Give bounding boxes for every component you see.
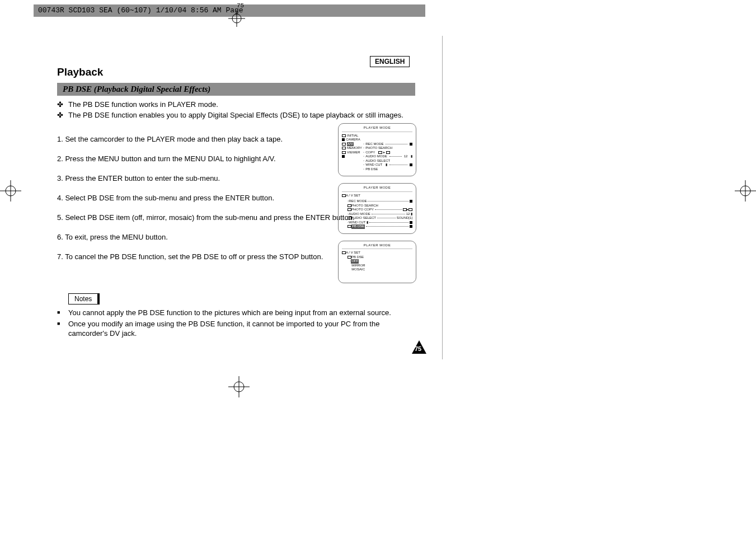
wind-icon: ▮ bbox=[386, 163, 387, 167]
osd-right-item: AUDIO SELECT bbox=[365, 159, 390, 163]
osd-right-item: REC MODE bbox=[365, 142, 383, 147]
osd-left-item: INITIAL bbox=[347, 134, 358, 138]
osd-screen-2: PLAYER MODE A / V SET ◦REC MODE PHOTO SE… bbox=[338, 183, 416, 234]
osd-row-label-active: PB DSE bbox=[351, 224, 365, 229]
return-icon bbox=[348, 256, 351, 259]
folder-icon bbox=[342, 151, 346, 154]
wind-icon: ▮ bbox=[367, 221, 368, 225]
tape-icon bbox=[403, 208, 407, 211]
osd-left-item: MEMORY bbox=[347, 146, 362, 151]
folder-icon bbox=[342, 147, 346, 149]
section-title: Playback bbox=[57, 66, 415, 78]
osd-row-label: WIND CUT bbox=[349, 221, 365, 225]
osd-value: 12 bbox=[406, 212, 410, 217]
osd-right-item: COPY bbox=[365, 151, 375, 155]
registration-mark-top bbox=[228, 10, 245, 27]
cursor-icon bbox=[342, 155, 345, 158]
osd-title: PLAYER MODE bbox=[342, 186, 412, 192]
bit-icon: ▮ bbox=[411, 212, 412, 217]
value-icon bbox=[410, 163, 412, 166]
folder-icon bbox=[342, 143, 346, 146]
value-icon bbox=[410, 143, 412, 146]
osd-value: 12 bbox=[404, 154, 408, 159]
note-item: You cannot apply the PB DSE function to … bbox=[57, 308, 415, 318]
intro-bullet: The PB DSE function works in PLAYER mode… bbox=[57, 100, 415, 109]
value-icon bbox=[410, 200, 412, 203]
subtitle-bar: PB DSE (Playback Digital Special Effects… bbox=[57, 83, 415, 96]
osd-value: SOUND[1] bbox=[397, 216, 412, 221]
osd-row-label: AUDIO MODE bbox=[349, 212, 370, 217]
osd-heading: A / V SET bbox=[346, 251, 360, 255]
osd-right-item: AUDIO MODE bbox=[365, 154, 387, 159]
folder-icon bbox=[342, 194, 346, 197]
osd-screen-1: PLAYER MODE INITIAL CAMERA A/V◦REC MODE … bbox=[338, 123, 416, 176]
tape-icon bbox=[378, 151, 382, 154]
osd-row-label: AUDIO SELECT bbox=[351, 216, 376, 221]
bit-icon: ▮ bbox=[411, 154, 412, 159]
page-divider bbox=[442, 36, 443, 359]
notes-section: Notes You cannot apply the PB DSE functi… bbox=[57, 293, 415, 339]
folder-icon bbox=[342, 251, 346, 254]
folder-icon bbox=[342, 134, 346, 137]
osd-screen-3: PLAYER MODE A / V SET PB DSE ◦OFF MIRROR… bbox=[338, 241, 416, 283]
osd-right-item: PHOTO SEARCH bbox=[365, 146, 392, 151]
osd-row-label: PHOTO COPY bbox=[351, 208, 374, 212]
osd-option: MOSAIC bbox=[351, 268, 365, 272]
registration-mark-right bbox=[735, 180, 756, 202]
osd-left-item: CAMERA bbox=[346, 138, 360, 142]
value-icon bbox=[410, 221, 412, 224]
notes-label: Notes bbox=[68, 293, 100, 305]
intro-bullet: The PB DSE function enables you to apply… bbox=[57, 111, 415, 119]
osd-left-item-active: A/V bbox=[347, 142, 354, 147]
osd-left-item: VIEWER bbox=[347, 151, 360, 155]
value-icon bbox=[410, 225, 412, 228]
registration-mark-left bbox=[0, 180, 21, 202]
selector-icon bbox=[342, 138, 345, 141]
return-icon bbox=[348, 204, 351, 207]
card-icon bbox=[386, 151, 390, 154]
return-icon bbox=[348, 217, 351, 219]
file-header-text: 00743R SCD103 SEA (60~107) 1/10/04 8:56 … bbox=[38, 6, 243, 15]
osd-sub: PB DSE bbox=[351, 255, 364, 260]
card-icon bbox=[408, 208, 412, 211]
notes-list: You cannot apply the PB DSE function to … bbox=[57, 308, 415, 339]
osd-screens: PLAYER MODE INITIAL CAMERA A/V◦REC MODE … bbox=[338, 123, 416, 290]
return-icon bbox=[348, 208, 351, 211]
language-badge: ENGLISH bbox=[370, 56, 410, 67]
osd-right-item: PB DSE bbox=[365, 167, 378, 172]
osd-title: PLAYER MODE bbox=[342, 126, 412, 132]
osd-row-label: REC MODE bbox=[349, 199, 367, 204]
osd-title: PLAYER MODE bbox=[342, 243, 412, 250]
osd-row-label: PHOTO SEARCH bbox=[351, 204, 378, 208]
osd-heading: A / V SET bbox=[346, 194, 360, 198]
osd-right-item: WIND CUT bbox=[365, 163, 382, 167]
page-number-text: 75 bbox=[415, 345, 421, 352]
registration-mark-bottom bbox=[228, 376, 250, 397]
osd-option-active: OFF bbox=[351, 259, 359, 264]
return-icon bbox=[348, 225, 351, 228]
osd-option: MIRROR bbox=[351, 264, 365, 268]
note-item: Once you modify an image using the PB DS… bbox=[57, 319, 415, 339]
header-page-number-tick: 75 bbox=[237, 2, 244, 9]
intro-bullets: The PB DSE function works in PLAYER mode… bbox=[57, 100, 415, 119]
